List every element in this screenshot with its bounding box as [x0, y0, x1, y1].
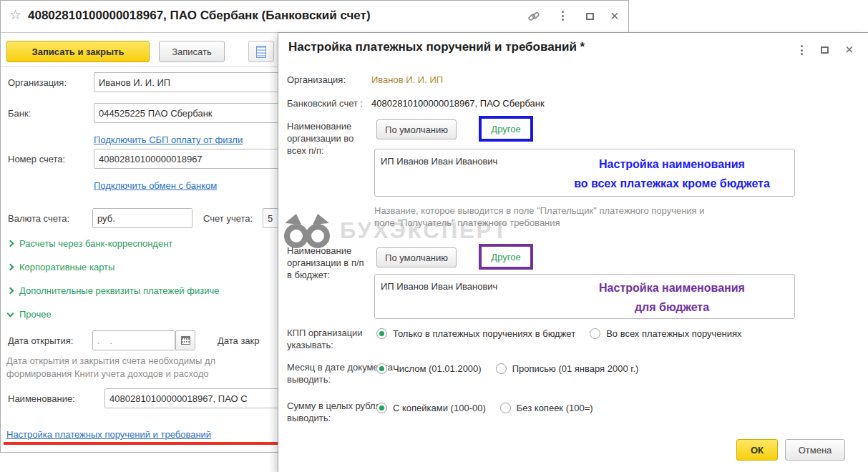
radio-selected-icon[interactable]: [376, 328, 387, 339]
annotation-name-all: Настройка наименования во всех платежках…: [554, 154, 790, 193]
organization-input[interactable]: Иванов И. И. ИП: [94, 72, 288, 92]
radio-icon[interactable]: [590, 328, 600, 339]
radio-label: Без копеек (100=): [517, 403, 593, 413]
name-budget-default-toggle[interactable]: По умолчанию: [376, 247, 457, 267]
name-all-other-toggle[interactable]: Другое: [479, 116, 533, 142]
bank-account-label: Банковский счет :: [287, 98, 363, 109]
ok-button[interactable]: ОК: [736, 439, 778, 461]
dates-hint-line1: Дата открытия и закрытия счета необходим…: [6, 355, 215, 366]
section-label: Расчеты через банк-корреспондент: [19, 238, 172, 249]
chevron-right-icon: [7, 240, 14, 247]
kpp-radio-group: Только в платежных поручениях в бюджет В…: [376, 328, 742, 339]
name-all-default-toggle[interactable]: По умолчанию: [376, 119, 457, 139]
bank-account-value: 40802810100000018967, ПАО Сбербанк: [371, 98, 545, 109]
radio-label: Во всех платежных поручениях: [606, 328, 741, 339]
dates-hint-line2: формирования Книги учета доходов и расхо…: [6, 368, 209, 379]
bank-input[interactable]: 044525225 ПАО Сбербанк: [94, 103, 288, 123]
calendar-icon: [181, 336, 190, 345]
save-and-close-button[interactable]: Записать и закрыть: [6, 41, 150, 62]
month-option-numeric[interactable]: Числом (01.01.2000): [376, 363, 482, 374]
bank-label: Банк:: [8, 108, 31, 119]
amount-option-no-kopecks[interactable]: Без копеек (100=): [500, 403, 593, 413]
account-number-label: Номер счета:: [8, 154, 65, 164]
window-title: 40802810100000018967, ПАО Сбербанк (Банк…: [28, 9, 371, 23]
organization-value[interactable]: Иванов И. И. ИП: [371, 74, 443, 85]
section-label: Корпоративные карты: [19, 262, 114, 272]
radio-icon[interactable]: [500, 403, 511, 413]
open-date-label: Дата открытия:: [8, 335, 73, 346]
ledger-account-label: Счет учета:: [203, 213, 253, 224]
link-icon[interactable]: [527, 10, 540, 23]
name-input[interactable]: 40802810100000018967, ПАО С: [104, 388, 291, 408]
month-radio-group: Числом (01.01.2000) Прописью (01 января …: [376, 363, 638, 374]
radio-label: Прописью (01 января 2000 г.): [512, 363, 639, 374]
annotation-line: во всех платежках кроме бюджета: [554, 174, 790, 193]
section-additional-requisites[interactable]: Дополнительные реквизиты платежей физиче: [8, 285, 219, 296]
name-budget-label: Наименование организации в п/п в бюджет:: [287, 245, 371, 281]
calendar-picker-button[interactable]: [175, 330, 195, 350]
annotation-name-budget: Настройка наименования для бюджета: [554, 278, 790, 317]
sbp-connect-link[interactable]: Подключить СБП оплату от физли: [94, 134, 243, 145]
radio-selected-icon[interactable]: [376, 363, 387, 374]
close-icon[interactable]: ×: [845, 42, 854, 56]
menu-dots-icon[interactable]: [801, 45, 803, 55]
radio-label: С копейками (100-00): [393, 403, 486, 413]
kpp-option-budget-only[interactable]: Только в платежных поручениях в бюджет: [376, 328, 575, 339]
section-label: Дополнительные реквизиты платежей физиче: [19, 285, 219, 296]
section-corporate-cards[interactable]: Корпоративные карты: [8, 262, 114, 272]
name-budget-value: ИП Иванов Иван Иванович: [381, 281, 497, 292]
amount-radio-group: С копейками (100-00) Без копеек (100=): [376, 403, 593, 413]
name-all-hint-line1: Название, которое выводится в поле "Плат…: [374, 205, 705, 216]
amount-option-kopecks[interactable]: С копейками (100-00): [376, 403, 486, 413]
screen: ☆ 40802810100000018967, ПАО Сбербанк (Ба…: [0, 0, 868, 472]
close-icon[interactable]: ×: [610, 9, 619, 23]
maximize-icon[interactable]: [586, 13, 594, 20]
payment-settings-link[interactable]: Настройка платежных поручений и требован…: [6, 429, 211, 440]
payment-settings-dialog: БУХЭКСПЕРТ Настройка платежных поручений…: [278, 32, 868, 472]
name-all-hint-line2: поле "Получатель" платежного требования: [374, 217, 560, 228]
name-budget-other-toggle[interactable]: Другое: [479, 244, 533, 270]
currency-label: Валюта счета:: [8, 213, 69, 224]
dialog-title: Настройка платежных поручений и требован…: [288, 40, 585, 54]
annotation-red-underline: [4, 442, 278, 445]
section-other[interactable]: Прочее: [8, 309, 52, 320]
name-all-label: Наименование организации во всех п/п:: [287, 120, 371, 157]
currency-input[interactable]: руб.: [92, 208, 192, 228]
radio-icon[interactable]: [496, 363, 507, 374]
name-budget-textarea[interactable]: ИП Иванов Иван Иванович Настройка наимен…: [374, 274, 795, 319]
annotation-line: для бюджета: [554, 298, 790, 317]
section-label: Прочее: [19, 309, 52, 320]
close-date-label: Дата закр: [218, 335, 260, 346]
annotation-line: Настройка наименования: [554, 154, 790, 174]
name-all-value: ИП Иванов Иван Иванович: [381, 156, 497, 167]
maximize-icon[interactable]: [821, 46, 829, 54]
account-number-input[interactable]: 40802810100000018967: [94, 149, 288, 169]
kpp-option-all[interactable]: Во всех платежных поручениях: [590, 328, 741, 339]
radio-label: Числом (01.01.2000): [393, 363, 482, 374]
toggle-other-label: Другое: [491, 124, 520, 134]
open-date-input[interactable]: . .: [92, 330, 175, 350]
radio-selected-icon[interactable]: [376, 403, 387, 413]
bank-exchange-link[interactable]: Подключить обмен с банком: [94, 180, 217, 191]
document-icon: [256, 46, 266, 58]
chevron-down-icon: [7, 310, 14, 317]
favorite-star-icon[interactable]: ☆: [9, 8, 21, 21]
name-label: Наименование:: [8, 393, 75, 404]
toggle-other-label: Другое: [491, 252, 520, 262]
organization-label: Организация:: [8, 77, 67, 88]
radio-label: Только в платежных поручениях в бюджет: [393, 328, 575, 339]
chevron-right-icon: [7, 287, 14, 295]
name-all-textarea[interactable]: ИП Иванов Иван Иванович Настройка наимен…: [374, 149, 795, 197]
save-button[interactable]: Записать: [159, 41, 225, 62]
chevron-right-icon: [7, 264, 14, 271]
section-correspondent[interactable]: Расчеты через банк-корреспондент: [8, 238, 172, 249]
cancel-button[interactable]: Отмена: [785, 439, 845, 461]
menu-dots-icon[interactable]: [562, 11, 564, 21]
register-report-button[interactable]: [248, 41, 274, 62]
month-option-words[interactable]: Прописью (01 января 2000 г.): [496, 363, 639, 374]
organization-label: Организация:: [287, 74, 346, 85]
annotation-line: Настройка наименования: [554, 278, 790, 298]
